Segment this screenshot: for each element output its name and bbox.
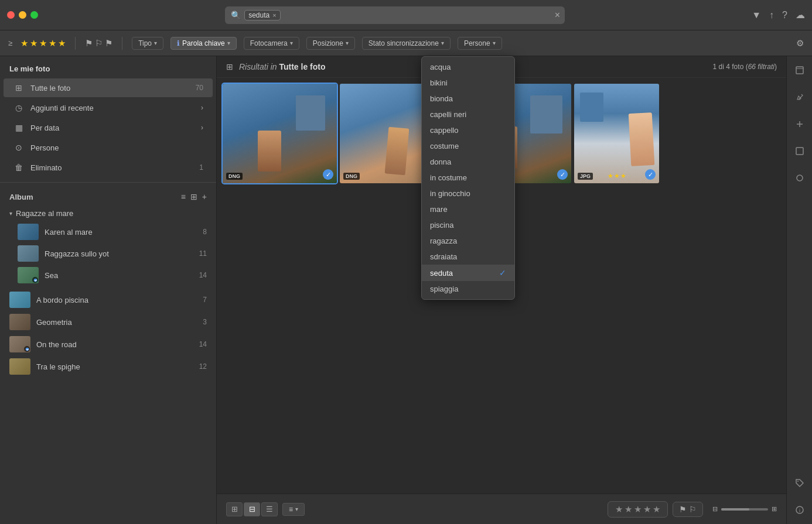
adjust-icon[interactable]: ⚙ xyxy=(796,38,804,49)
close-button[interactable] xyxy=(7,11,15,19)
sidebar-item-by-date[interactable]: ▦ Per data › xyxy=(4,118,213,137)
album-item-raggazza[interactable]: Raggazza sullo yot 11 xyxy=(0,243,216,264)
add-album-button[interactable]: + xyxy=(202,192,207,201)
grid-view-icon[interactable]: ⊞ xyxy=(190,192,197,201)
search-bar[interactable]: 🔍 seduta × × xyxy=(225,6,565,24)
right-icon-3[interactable] xyxy=(791,116,808,132)
album-item-spighe[interactable]: Tra le spighe 12 xyxy=(0,356,216,377)
star-4[interactable]: ★ xyxy=(49,38,56,49)
keyword-donna[interactable]: donna xyxy=(422,154,514,170)
sort-chevron: ▾ xyxy=(295,506,298,512)
photo-item-1[interactable]: DNG ✓ xyxy=(223,84,337,183)
keyword-mare[interactable]: mare xyxy=(422,201,514,217)
keyword-sdraiata[interactable]: sdraiata xyxy=(422,249,514,265)
star-1[interactable]: ★ xyxy=(21,38,28,49)
keyword-cappello-label: cappello xyxy=(430,126,458,135)
right-icon-info[interactable]: i xyxy=(791,502,808,518)
photo-1-badge: DNG xyxy=(226,173,243,180)
flag-unflagged[interactable]: ⚐ xyxy=(95,38,103,49)
photo-item-4[interactable]: JPG ★ ★ ★ ✓ xyxy=(574,84,659,183)
search-tag-close[interactable]: × xyxy=(272,12,276,19)
keyword-ragazza[interactable]: ragazza xyxy=(422,233,514,249)
right-icon-tag[interactable] xyxy=(791,475,808,491)
filter-icon[interactable]: ▼ xyxy=(752,10,761,20)
tipo-dropdown[interactable]: Tipo ▾ xyxy=(132,37,163,50)
album-header: Album ≡ ⊞ + xyxy=(0,187,216,206)
bottom-star-1[interactable]: ★ xyxy=(615,504,623,515)
sidebar-item-deleted[interactable]: 🗑 Eliminato 1 xyxy=(4,158,213,177)
bottom-star-2[interactable]: ★ xyxy=(625,504,632,515)
album-item-karen[interactable]: Karen al mare 8 xyxy=(0,221,216,242)
posizione-dropdown[interactable]: Posizione ▾ xyxy=(306,37,355,50)
keyword-dropdown[interactable]: acqua bikini bionda capelli neri cappell… xyxy=(421,56,515,300)
zoom-slider[interactable] xyxy=(721,508,768,511)
view-btn-grid[interactable]: ⊟ xyxy=(244,502,260,516)
stato-dropdown[interactable]: Stato sincronizzazione ▾ xyxy=(362,37,451,50)
album-count-raggazza: 11 xyxy=(199,249,207,258)
help-icon[interactable]: ? xyxy=(782,10,787,20)
keyword-costume[interactable]: costume xyxy=(422,138,514,154)
persone-dropdown[interactable]: Persone ▾ xyxy=(458,37,502,50)
bottom-flag-filter[interactable]: ⚑ ⚐ xyxy=(673,502,703,517)
view-btn-grid-large[interactable]: ⊞ xyxy=(226,502,243,516)
star-filter[interactable]: ★ ★ ★ ★ ★ xyxy=(21,38,66,49)
export-icon[interactable]: ↑ xyxy=(769,10,774,20)
album-item-geometria[interactable]: Geometria 3 xyxy=(0,311,216,333)
bottom-toolbar: ⊞ ⊟ ☰ ≡ ▾ ★ ★ ★ ★ ★ ⚑ ⚐ ⊟ xyxy=(217,494,786,524)
right-icon-2[interactable] xyxy=(791,89,808,105)
album-count-spighe: 12 xyxy=(199,362,207,371)
keyword-piscina[interactable]: piscina xyxy=(422,217,514,233)
right-icon-1[interactable] xyxy=(791,62,808,78)
bottom-star-4[interactable]: ★ xyxy=(643,504,651,515)
right-icon-4[interactable] xyxy=(791,143,808,159)
keyword-bionda[interactable]: bionda xyxy=(422,91,514,107)
sidebar-item-recent[interactable]: ◷ Aggiunti di recente › xyxy=(4,98,213,117)
minimize-button[interactable] xyxy=(19,11,26,19)
keyword-capelli-neri[interactable]: capelli neri xyxy=(422,107,514,122)
flag-pick[interactable]: ⚑ xyxy=(85,38,93,49)
bottom-star-filter[interactable]: ★ ★ ★ ★ ★ xyxy=(608,501,668,518)
album-count-piscina: 7 xyxy=(203,296,207,304)
bottom-flag-1[interactable]: ⚑ xyxy=(679,505,687,514)
album-item-sea[interactable]: Sea 14 xyxy=(0,265,216,286)
album-thumb-road xyxy=(9,336,30,352)
keyword-in-ginocchio[interactable]: in ginocchio xyxy=(422,186,514,201)
keyword-acqua[interactable]: acqua xyxy=(422,59,514,75)
star-3[interactable]: ★ xyxy=(39,38,47,49)
bottom-flag-2[interactable]: ⚐ xyxy=(689,505,697,514)
keyword-seduta[interactable]: seduta ✓ xyxy=(422,265,514,281)
flag-reject[interactable]: ⚑ xyxy=(105,38,112,49)
album-item-piscina[interactable]: A bordo piscina 7 xyxy=(0,289,216,310)
list-view-icon[interactable]: ≡ xyxy=(181,192,186,201)
album-item-on-the-road[interactable]: On the road 14 xyxy=(0,334,216,355)
fullscreen-button[interactable] xyxy=(30,11,38,19)
bottom-star-3[interactable]: ★ xyxy=(634,504,642,515)
keyword-spiaggia[interactable]: spiaggia xyxy=(422,281,514,297)
keyword-in-costume[interactable]: in costume xyxy=(422,170,514,186)
keyword-bikini[interactable]: bikini xyxy=(422,75,514,91)
album-group-header-ragazze[interactable]: ▾ Ragazze al mare xyxy=(0,206,216,221)
keyword-seduta-label: seduta xyxy=(430,269,453,278)
deleted-label: Eliminato xyxy=(30,163,199,172)
cloud-icon[interactable]: ☁ xyxy=(796,9,805,20)
traffic-lights xyxy=(7,11,38,19)
star-2[interactable]: ★ xyxy=(30,38,37,49)
bottom-star-5[interactable]: ★ xyxy=(653,504,660,515)
star-5[interactable]: ★ xyxy=(58,38,66,49)
parola-chiave-dropdown[interactable]: ℹ Parola chiave ▾ xyxy=(170,37,237,50)
view-btn-list[interactable]: ☰ xyxy=(261,502,278,516)
all-photos-label: Tutte le foto xyxy=(30,84,196,93)
search-bar-close[interactable]: × xyxy=(555,10,560,20)
right-icon-5[interactable] xyxy=(791,170,808,186)
keyword-sdraiata-label: sdraiata xyxy=(430,252,457,261)
keyword-cappello[interactable]: cappello xyxy=(422,122,514,138)
search-tag[interactable]: seduta × xyxy=(244,10,280,20)
sidebar-item-people[interactable]: ⊙ Persone xyxy=(4,138,213,157)
album-thumb-karen xyxy=(18,224,39,240)
sidebar-item-all-photos[interactable]: ⊞ Tutte le foto 70 xyxy=(4,78,213,97)
fotocamera-dropdown[interactable]: Fotocamera ▾ xyxy=(244,37,299,50)
sidebar-title: Le mie foto xyxy=(0,56,216,78)
keyword-ragazza-label: ragazza xyxy=(430,237,457,245)
sort-button[interactable]: ≡ ▾ xyxy=(282,503,305,516)
keyword-donna-label: donna xyxy=(430,157,451,166)
